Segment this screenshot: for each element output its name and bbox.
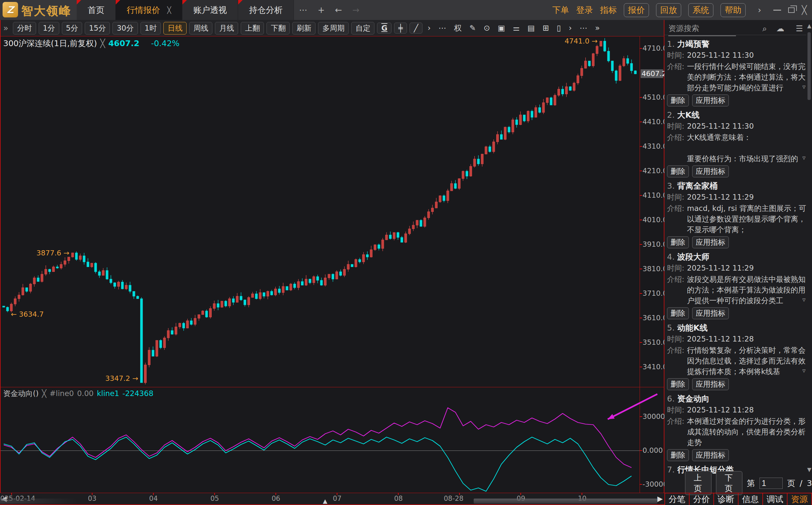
nav-back-icon[interactable]: ← bbox=[330, 0, 347, 20]
close-icon[interactable]: ╳ bbox=[802, 5, 807, 15]
delete-button[interactable]: 删除 bbox=[667, 236, 689, 248]
expand-desc-icon[interactable]: ▿ bbox=[802, 365, 806, 376]
refresh-button[interactable]: 刷新 bbox=[292, 22, 315, 34]
search-input[interactable]: 资源搜索 bbox=[668, 23, 736, 36]
axis-tick bbox=[639, 122, 642, 122]
maximize-icon[interactable] bbox=[788, 7, 795, 13]
expand-desc-icon[interactable]: ▿ bbox=[802, 153, 806, 163]
minimize-icon[interactable] bbox=[773, 10, 781, 11]
tab-debug[interactable]: 调试 bbox=[763, 493, 788, 505]
crosshair-icon: ╳ bbox=[100, 39, 105, 48]
tab-tick[interactable]: 分笔 bbox=[664, 493, 690, 505]
indicator-doc-icon[interactable]: ▤ bbox=[525, 23, 537, 33]
prev-page-button[interactable]: 上页 bbox=[685, 471, 712, 495]
axis-tick bbox=[639, 342, 642, 343]
tab-price-dist[interactable]: 分价 bbox=[690, 493, 714, 505]
fund-flow-chart[interactable] bbox=[0, 397, 639, 493]
more-icon[interactable]: ⋯ bbox=[436, 23, 449, 33]
apply-indicator-button[interactable]: 应用指标 bbox=[692, 95, 729, 107]
page-number-input[interactable] bbox=[760, 478, 783, 489]
scroll-down-icon[interactable]: ▼ bbox=[807, 466, 811, 473]
apply-indicator-button[interactable]: 应用指标 bbox=[692, 236, 729, 248]
axis-tick bbox=[639, 484, 642, 485]
apply-indicator-button[interactable]: 应用指标 bbox=[692, 165, 729, 177]
trendline-tool-button[interactable]: ╱ bbox=[410, 23, 423, 33]
tab-home[interactable]: 首页 bbox=[77, 0, 116, 20]
menu-login[interactable]: 登录 bbox=[576, 5, 593, 16]
sidebar-scrollbar[interactable]: ▲ ▼ bbox=[806, 23, 811, 473]
item-title: 大K线 bbox=[677, 110, 700, 120]
expand-panel-icon[interactable]: ▲ bbox=[323, 498, 327, 504]
menu-help-button[interactable]: 帮助 bbox=[721, 3, 746, 17]
delete-button[interactable]: 删除 bbox=[667, 449, 689, 461]
candlestick-chart[interactable]: 4741.0 →3877.6 →← 3634.73347.2 → bbox=[0, 36, 639, 387]
main-candle-panel[interactable]: 4741.0 →3877.6 →← 3634.73347.2 → bbox=[0, 36, 664, 387]
period-tick-button[interactable]: 分时 bbox=[13, 22, 36, 34]
expand-desc-icon[interactable]: ▿ bbox=[802, 295, 806, 305]
period-5m-button[interactable]: 5分 bbox=[62, 22, 82, 34]
pencil-icon[interactable]: ✎ bbox=[467, 23, 479, 33]
custom-period-button[interactable]: 自定 bbox=[351, 22, 374, 34]
tab-close-icon[interactable]: ╳ bbox=[167, 6, 171, 14]
page-up-button[interactable]: 上翻 bbox=[241, 22, 264, 34]
menu-quote-button[interactable]: 报价 bbox=[624, 3, 649, 17]
scrollbar-thumb[interactable] bbox=[474, 499, 657, 504]
sliders-icon[interactable]: ⚌ bbox=[510, 23, 523, 33]
apply-indicator-button[interactable]: 应用指标 bbox=[692, 307, 729, 319]
period-weekly-button[interactable]: 周线 bbox=[189, 22, 212, 34]
menu-indicators[interactable]: 指标 bbox=[600, 5, 617, 16]
expand-right-icon[interactable]: › bbox=[425, 23, 434, 33]
collapse-right-icon[interactable]: » bbox=[593, 23, 602, 33]
cloud-icon[interactable]: ☁ bbox=[776, 24, 784, 33]
svg-text:3347.2 →: 3347.2 → bbox=[105, 374, 138, 382]
tab-positions[interactable]: 持仓分析 bbox=[238, 0, 294, 20]
more2-icon[interactable]: ⋯ bbox=[577, 23, 590, 33]
tab-diagnose[interactable]: 诊断 bbox=[714, 493, 739, 505]
trash-icon[interactable]: ▯ bbox=[554, 23, 564, 33]
menu-list-icon[interactable]: ☰ bbox=[796, 24, 803, 33]
tab-account[interactable]: 账户透视 bbox=[182, 0, 238, 20]
menu-place-order[interactable]: 下单 bbox=[552, 5, 569, 16]
delete-button[interactable]: 删除 bbox=[667, 95, 689, 107]
adjust-rights-button[interactable]: 权 bbox=[452, 23, 464, 33]
scroll-up-icon[interactable]: ▲ bbox=[807, 23, 811, 29]
period-daily-button[interactable]: 日线 bbox=[163, 22, 187, 34]
tab-overflow-icon[interactable]: ⋯ bbox=[294, 0, 313, 20]
axis-label: 4710.0 bbox=[642, 44, 667, 52]
toolbar-collapse-icon[interactable]: » bbox=[3, 23, 8, 33]
search-doc-icon[interactable]: ⌕ bbox=[762, 24, 767, 33]
period-1m-button[interactable]: 1分 bbox=[39, 22, 59, 34]
tab-resources[interactable]: 资源 bbox=[788, 493, 812, 505]
apply-indicator-button[interactable]: 应用指标 bbox=[692, 449, 729, 461]
period-30m-button[interactable]: 30分 bbox=[112, 22, 138, 34]
multi-period-button[interactable]: 多周期 bbox=[318, 22, 349, 34]
logo-glyph-icon: Z bbox=[7, 4, 14, 15]
menu-system-button[interactable]: 系统 bbox=[688, 3, 714, 17]
apply-indicator-button[interactable]: 应用指标 bbox=[692, 378, 729, 390]
chart-style-g-button[interactable]: G bbox=[377, 23, 391, 33]
scroll-thumb[interactable] bbox=[807, 32, 811, 100]
tab-info[interactable]: 信息 bbox=[739, 493, 763, 505]
period-15m-button[interactable]: 15分 bbox=[85, 22, 110, 34]
expand-right2-icon[interactable]: › bbox=[566, 23, 574, 33]
kline-style-button[interactable]: ╪ bbox=[394, 23, 407, 33]
period-1h-button[interactable]: 1时 bbox=[141, 22, 161, 34]
next-page-button[interactable]: 下页 bbox=[716, 471, 742, 495]
period-monthly-button[interactable]: 月线 bbox=[215, 22, 238, 34]
page-down-button[interactable]: 下翻 bbox=[266, 22, 290, 34]
tab-quotes[interactable]: 行情报价 ╳ bbox=[116, 0, 182, 20]
menu-expand-icon[interactable]: › bbox=[753, 5, 766, 15]
indicator-panel[interactable] bbox=[0, 387, 664, 493]
snapshot-icon[interactable]: ▣ bbox=[495, 23, 508, 33]
delete-button[interactable]: 删除 bbox=[667, 378, 689, 390]
delete-button[interactable]: 删除 bbox=[667, 307, 689, 319]
menu-replay-button[interactable]: 回放 bbox=[656, 3, 681, 17]
new-tab-button[interactable]: + bbox=[313, 0, 330, 20]
list-item: 5.动能K线 时间:2025-11-12 11:28 介绍:行情纷繁复杂，分析决… bbox=[667, 323, 806, 390]
scroll-right-icon[interactable]: ▶ bbox=[657, 495, 663, 503]
layout-icon[interactable]: ⊞ bbox=[540, 23, 552, 33]
nav-forward-icon[interactable]: → bbox=[347, 0, 365, 20]
expand-desc-icon[interactable]: ▿ bbox=[802, 81, 806, 92]
delete-button[interactable]: 删除 bbox=[667, 165, 689, 177]
download-icon[interactable]: ⊙ bbox=[481, 23, 493, 33]
